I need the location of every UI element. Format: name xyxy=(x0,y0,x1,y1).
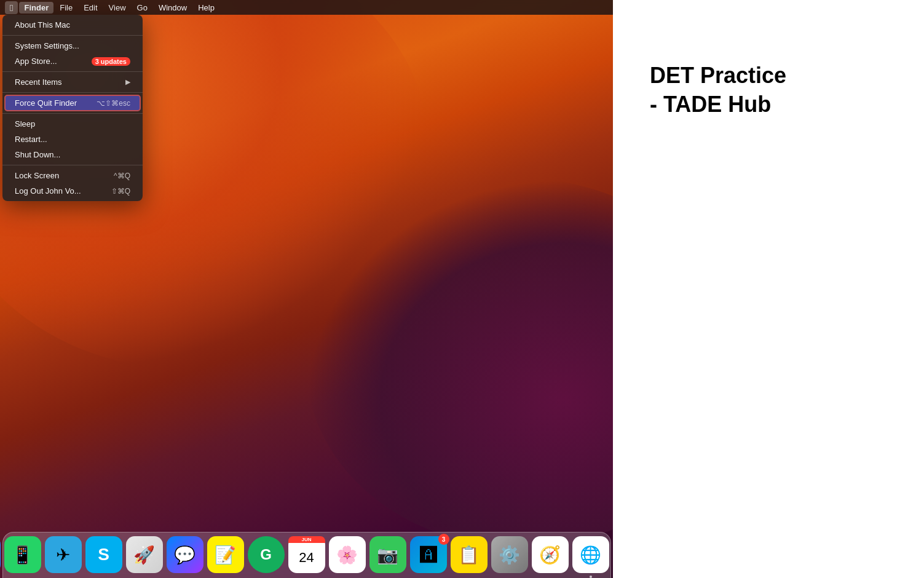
apple-menu-trigger[interactable]:  xyxy=(5,1,18,14)
dock-photos[interactable]: 🌸 xyxy=(329,536,366,573)
menubar-view[interactable]: View xyxy=(104,2,131,14)
menubar-go[interactable]: Go xyxy=(132,2,152,14)
menu-recent-items[interactable]: Recent Items ▶ xyxy=(5,74,140,90)
menubar:  Finder File Edit View Go Window Help xyxy=(0,0,613,15)
dock-stickies[interactable]: 📋 xyxy=(451,536,488,573)
lock-screen-shortcut: ^⌘Q xyxy=(114,172,130,180)
menubar-edit[interactable]: Edit xyxy=(79,2,102,14)
right-panel-heading: DET Practice- TADE Hub xyxy=(650,61,786,119)
menubar-help[interactable]: Help xyxy=(193,2,219,14)
menu-system-settings[interactable]: System Settings... xyxy=(5,38,140,53)
force-quit-shortcut: ⌥⇧⌘esc xyxy=(97,99,130,108)
menubar-finder[interactable]: Finder xyxy=(19,2,53,14)
menubar-window[interactable]: Window xyxy=(154,2,192,14)
dock-launchpad[interactable]: 🚀 xyxy=(126,536,163,573)
dock-notes[interactable]: 📝 xyxy=(207,536,244,573)
dock-appstore[interactable]: 🅰 3 xyxy=(410,536,447,573)
apple-menu-dropdown: About This Mac System Settings... App St… xyxy=(2,15,143,201)
dock-spotify[interactable]: 🎵 xyxy=(613,536,614,573)
menu-force-quit[interactable]: Force Quit Finder ⌥⇧⌘esc xyxy=(5,95,140,111)
dock-grammarly[interactable]: G xyxy=(248,536,285,573)
dock-messenger[interactable]: 💬 xyxy=(167,536,203,573)
menubar-file[interactable]: File xyxy=(55,2,77,14)
dock-chrome[interactable]: 🌐 xyxy=(572,536,609,573)
dock-system-prefs[interactable]: ⚙️ xyxy=(491,536,528,573)
dock: 🔵 🎥 📱 ✈ S 🚀 💬 📝 xyxy=(2,532,611,578)
dock-calendar[interactable]: JUN 24 xyxy=(288,536,325,573)
recent-items-chevron: ▶ xyxy=(125,78,130,86)
dock-zoom[interactable]: 🎥 xyxy=(0,536,1,573)
right-panel: DET Practice- TADE Hub xyxy=(613,0,924,578)
menu-separator-5 xyxy=(2,165,143,165)
dock-chrome-dot xyxy=(590,576,592,578)
dock-skype[interactable]: S xyxy=(85,536,122,573)
menu-separator-2 xyxy=(2,71,143,72)
dock-whatsapp[interactable]: 📱 xyxy=(4,536,41,573)
appstore-badge: 3 xyxy=(438,534,449,545)
menu-app-store[interactable]: App Store... 3 updates xyxy=(5,53,140,69)
app-store-badge: 3 updates xyxy=(92,57,130,66)
menu-restart[interactable]: Restart... xyxy=(5,132,140,147)
menu-about[interactable]: About This Mac xyxy=(5,17,140,33)
menu-separator-1 xyxy=(2,35,143,36)
menu-separator-4 xyxy=(2,113,143,114)
menu-lock-screen[interactable]: Lock Screen ^⌘Q xyxy=(5,168,140,183)
dock-telegram[interactable]: ✈ xyxy=(45,536,82,573)
logout-shortcut: ⇧⌘Q xyxy=(111,187,130,196)
menu-logout[interactable]: Log Out John Vo... ⇧⌘Q xyxy=(5,183,140,199)
menu-separator-3 xyxy=(2,92,143,93)
menu-sleep[interactable]: Sleep xyxy=(5,116,140,132)
dock-facetime[interactable]: 📷 xyxy=(369,536,406,573)
dock-safari[interactable]: 🧭 xyxy=(532,536,569,573)
desktop:  Finder File Edit View Go Window Help A… xyxy=(0,0,613,578)
menu-shutdown[interactable]: Shut Down... xyxy=(5,147,140,162)
